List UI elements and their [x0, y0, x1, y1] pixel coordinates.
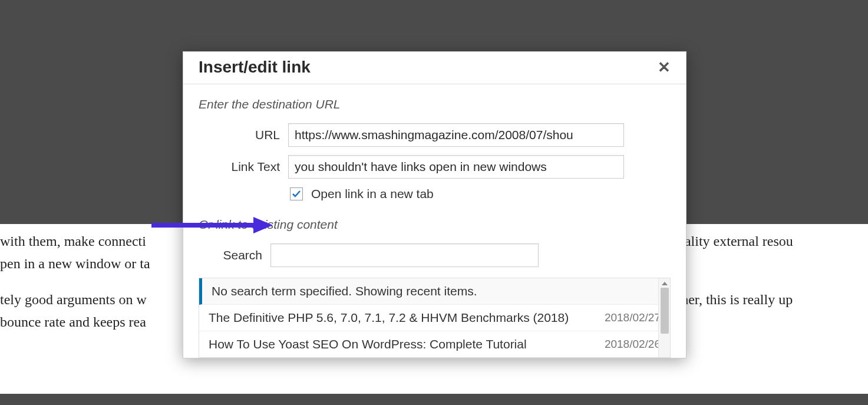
dialog-body: Enter the destination URL URL Link Text … — [183, 84, 686, 358]
checkmark-icon — [292, 189, 301, 199]
url-row: URL — [199, 123, 671, 147]
dialog-title: Insert/edit link — [199, 58, 311, 77]
url-label: URL — [199, 128, 288, 142]
link-text-label: Link Text — [199, 160, 288, 174]
or-link-heading: Or link to existing content — [199, 218, 671, 232]
results-list: No search term specified. Showing recent… — [199, 278, 671, 358]
result-date: 2018/02/27 — [605, 311, 661, 324]
bg-fragment: tely good arguments on w — [0, 292, 147, 307]
result-date: 2018/02/26 — [605, 338, 661, 351]
result-title: The Definitive PHP 5.6, 7.0, 7.1, 7.2 & … — [209, 311, 569, 325]
bg-fragment: pen in a new window or ta — [0, 256, 150, 271]
enter-url-heading: Enter the destination URL — [199, 97, 671, 111]
results-header: No search term specified. Showing recent… — [199, 278, 670, 305]
search-input[interactable] — [270, 243, 539, 267]
url-input[interactable] — [288, 123, 624, 147]
result-title: How To Use Yoast SEO On WordPress: Compl… — [209, 337, 527, 351]
result-item[interactable]: The Definitive PHP 5.6, 7.0, 7.1, 7.2 & … — [199, 305, 670, 331]
open-new-tab-label: Open link in a new tab — [311, 187, 434, 201]
link-text-row: Link Text — [199, 155, 671, 179]
search-row: Search — [199, 243, 671, 267]
scrollbar-thumb[interactable] — [661, 288, 669, 334]
scrollbar-up-icon — [662, 282, 668, 285]
search-label: Search — [199, 248, 270, 262]
result-item[interactable]: How To Use Yoast SEO On WordPress: Compl… — [199, 331, 670, 357]
results-scrollbar[interactable] — [658, 278, 670, 357]
bg-fragment: bounce rate and keeps rea — [0, 314, 146, 330]
open-new-tab-row: Open link in a new tab — [290, 187, 671, 201]
dialog-header: Insert/edit link ✕ — [183, 52, 686, 84]
insert-link-dialog: Insert/edit link ✕ Enter the destination… — [183, 51, 687, 358]
open-new-tab-checkbox[interactable] — [290, 187, 303, 200]
bg-fragment: with them, make connecti — [0, 233, 146, 249]
link-text-input[interactable] — [288, 155, 624, 179]
close-icon[interactable]: ✕ — [658, 60, 671, 75]
